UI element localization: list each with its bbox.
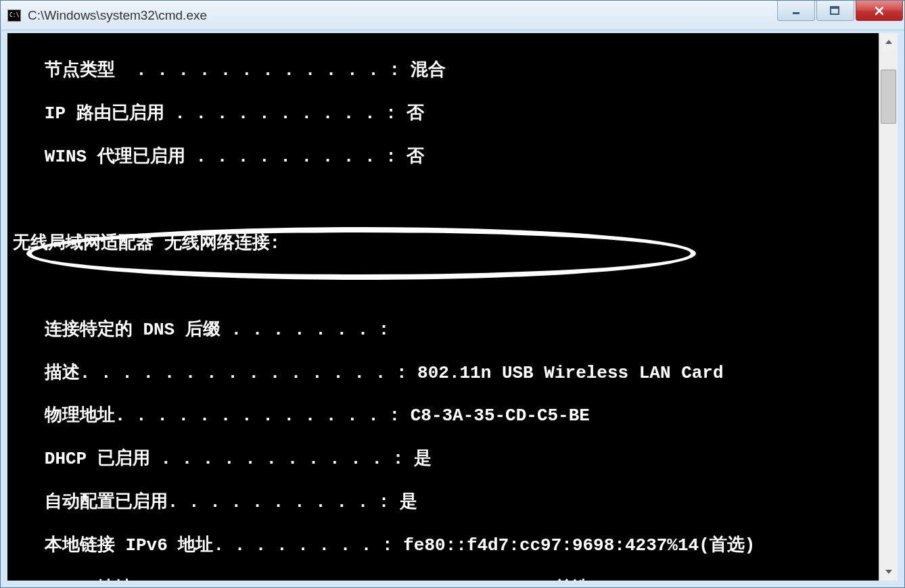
- close-button[interactable]: [856, 1, 903, 21]
- window-controls: [777, 1, 903, 21]
- cmd-window: C:\Windows\system32\cmd.exe 节点类型 .: [0, 0, 905, 588]
- scroll-thumb[interactable]: [881, 70, 896, 124]
- output-line: IP 路由已启用 . . . . . . . . . . : 否: [13, 103, 876, 125]
- minimize-button[interactable]: [777, 1, 815, 21]
- output-line: [13, 276, 876, 298]
- svg-rect-2: [831, 7, 839, 9]
- output-line-physical-addr: 物理地址. . . . . . . . . . . . . : C8-3A-35…: [13, 406, 876, 427]
- scroll-up-button[interactable]: [879, 33, 898, 51]
- scroll-down-button[interactable]: [879, 563, 898, 581]
- chevron-up-icon: [885, 39, 893, 45]
- close-icon: [874, 6, 885, 16]
- maximize-icon: [830, 6, 841, 16]
- output-line: [13, 190, 876, 212]
- maximize-button[interactable]: [816, 1, 854, 21]
- console-output[interactable]: 节点类型 . . . . . . . . . . . . : 混合 IP 路由已…: [7, 33, 879, 581]
- adapter-header: 无线局域网适配器 无线网络连接:: [13, 233, 876, 255]
- output-line: 自动配置已启用. . . . . . . . . . : 是: [13, 492, 876, 514]
- console-area: 节点类型 . . . . . . . . . . . . : 混合 IP 路由已…: [7, 33, 898, 581]
- output-line: WINS 代理已启用 . . . . . . . . . : 否: [13, 147, 876, 168]
- cmd-icon: [7, 9, 21, 22]
- chevron-down-icon: [885, 568, 893, 575]
- output-line: DHCP 已启用 . . . . . . . . . . . : 是: [13, 449, 876, 470]
- output-line: 连接特定的 DNS 后缀 . . . . . . . :: [13, 320, 876, 341]
- titlebar[interactable]: C:\Windows\system32\cmd.exe: [1, 1, 904, 30]
- vertical-scrollbar[interactable]: [879, 33, 898, 581]
- scroll-track[interactable]: [879, 51, 898, 563]
- output-line: 本地链接 IPv6 地址. . . . . . . . : fe80::f4d7…: [13, 535, 876, 557]
- svg-rect-0: [793, 12, 799, 14]
- minimize-icon: [791, 6, 801, 16]
- output-line: IPv4 地址 . . . . . . . . . . . . : 10.9.2…: [13, 579, 876, 581]
- output-line: 节点类型 . . . . . . . . . . . . : 混合: [13, 60, 876, 82]
- window-title: C:\Windows\system32\cmd.exe: [28, 8, 207, 23]
- output-line: 描述. . . . . . . . . . . . . . . : 802.11…: [13, 363, 876, 385]
